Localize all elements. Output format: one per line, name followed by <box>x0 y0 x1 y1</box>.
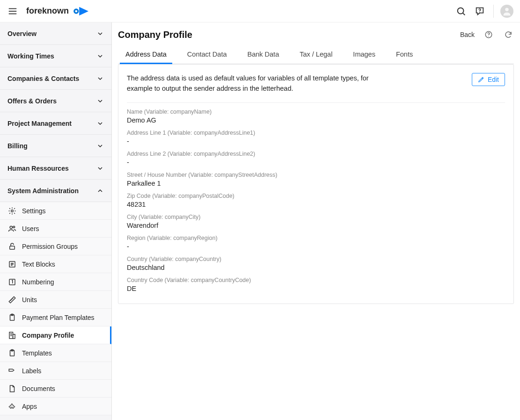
sidebar-item-labels[interactable]: Labels <box>0 362 111 380</box>
field-label: City (Variable: companyCity) <box>127 214 505 220</box>
sidebar-section-label: Offers & Orders <box>7 97 57 105</box>
clipboard-icon <box>7 313 16 322</box>
sidebar-item-settings[interactable]: Settings <box>0 202 111 220</box>
sidebar-item-label: Settings <box>22 207 46 215</box>
tab-images[interactable]: Images <box>351 45 377 64</box>
svg-point-8 <box>479 12 480 13</box>
field-value: Parkallee 1 <box>127 180 505 187</box>
text-block-icon <box>7 260 16 268</box>
lock-open-icon <box>7 242 16 251</box>
sidebar-section-label: Human Ressources <box>7 165 69 172</box>
field-address-line-2: Address Line 2 (Variable: companyAddress… <box>127 151 505 166</box>
field-label: Street / House Number (Variable: company… <box>127 172 505 178</box>
puzzle-icon <box>7 402 16 411</box>
brand-name: foreknown <box>26 6 69 16</box>
back-link[interactable]: Back <box>460 31 475 38</box>
sidebar-item-label: Numbering <box>22 278 54 286</box>
sidebar-item-units[interactable]: Units <box>0 291 111 309</box>
field-label: Address Line 2 (Variable: companyAddress… <box>127 151 505 157</box>
field-label: Country Code (Variable: companyCountryCo… <box>127 277 505 283</box>
field-region: Region (Variable: companyRegion) - <box>127 235 505 250</box>
field-value: Warendorf <box>127 222 505 229</box>
sidebar-item-documents[interactable]: Documents <box>0 380 111 398</box>
search-button[interactable] <box>454 4 468 18</box>
sidebar-item-payment-plan-templates[interactable]: Payment Plan Templates <box>0 309 111 326</box>
sidebar-section-overview[interactable]: Overview <box>0 22 111 45</box>
pencil-icon <box>478 76 484 83</box>
tab-contact-data[interactable]: Contact Data <box>185 45 229 64</box>
tab-address-data[interactable]: Address Data <box>124 45 168 64</box>
refresh-button[interactable] <box>503 29 514 40</box>
svg-point-4 <box>75 10 78 12</box>
edit-button[interactable]: Edit <box>472 73 505 86</box>
sidebar-item-templates[interactable]: Templates <box>0 344 111 362</box>
sidebar-section-label: Billing <box>7 142 28 150</box>
user-avatar[interactable] <box>500 5 513 18</box>
sidebar-section-label: Working Times <box>7 52 54 60</box>
brand-mark-icon <box>73 6 88 16</box>
sidebar-section-working-times[interactable]: Working Times <box>0 45 111 67</box>
svg-rect-13 <box>9 246 15 249</box>
svg-point-10 <box>11 210 13 212</box>
field-label: Zip Code (Variable: companyPostalCode) <box>127 193 505 199</box>
brand-logo[interactable]: foreknown <box>26 6 88 16</box>
sidebar-item-text-blocks[interactable]: Text Blocks <box>0 255 111 273</box>
sidebar-item-label: Text Blocks <box>22 261 55 268</box>
svg-point-9 <box>505 7 508 11</box>
field-value: Deutschland <box>127 264 505 271</box>
sidebar-item-numbering[interactable]: Numbering <box>0 273 111 291</box>
field-value: 48231 <box>127 201 505 208</box>
sidebar: Overview Working Times Companies & Conta… <box>0 22 112 420</box>
page-help-button[interactable] <box>483 29 494 40</box>
sidebar-section-system-administration[interactable]: System Administration <box>0 180 111 202</box>
refresh-icon <box>504 30 513 39</box>
svg-rect-22 <box>13 334 15 338</box>
gear-icon <box>7 206 16 215</box>
sidebar-section-billing[interactable]: Billing <box>0 135 111 157</box>
field-label: Name (Variable: companyName) <box>127 109 505 115</box>
number-one-icon <box>7 277 16 286</box>
sidebar-item-label: Company Profile <box>22 332 74 339</box>
address-data-card: The address data is used as default valu… <box>118 64 514 304</box>
users-icon <box>7 224 16 233</box>
help-circle-icon <box>484 30 493 39</box>
sidebar-section-label: Overview <box>7 30 37 37</box>
sidebar-item-apps[interactable]: Apps <box>0 398 111 415</box>
field-value: Demo AG <box>127 116 505 124</box>
avatar-icon <box>502 6 512 16</box>
field-country: Country (Variable: companyCountry) Deuts… <box>127 256 505 271</box>
field-street: Street / House Number (Variable: company… <box>127 172 505 187</box>
sidebar-section-human-resources[interactable]: Human Ressources <box>0 157 111 180</box>
tab-bank-data[interactable]: Bank Data <box>246 45 281 64</box>
sidebar-item-label: Units <box>22 296 37 304</box>
svg-marker-5 <box>79 7 88 15</box>
sidebar-item-label: Labels <box>22 367 41 375</box>
field-country-code: Country Code (Variable: companyCountryCo… <box>127 277 505 292</box>
chevron-down-icon <box>96 165 104 172</box>
svg-point-29 <box>488 36 489 36</box>
sidebar-item-label: Payment Plan Templates <box>22 314 95 321</box>
field-city: City (Variable: companyCity) Warendorf <box>127 214 505 229</box>
svg-point-12 <box>13 226 15 228</box>
sidebar-item-label: Permission Groups <box>22 243 78 250</box>
tab-fonts[interactable]: Fonts <box>394 45 415 64</box>
tab-tax-legal[interactable]: Tax / Legal <box>298 45 334 64</box>
chevron-down-icon <box>96 120 104 127</box>
help-chat-icon <box>475 6 485 16</box>
sidebar-section-label: Companies & Contacts <box>7 75 79 82</box>
svg-point-6 <box>458 7 464 14</box>
sidebar-item-users[interactable]: Users <box>0 220 111 238</box>
sidebar-item-company-profile[interactable]: Company Profile <box>0 326 111 344</box>
sidebar-section-project-management[interactable]: Project Management <box>0 112 111 135</box>
sysadmin-submenu: Settings Users Permission Groups Text Bl… <box>0 202 111 415</box>
help-button[interactable] <box>473 4 487 18</box>
sidebar-section-offers-orders[interactable]: Offers & Orders <box>0 90 111 112</box>
top-bar: foreknown <box>0 0 520 22</box>
separator <box>127 102 505 103</box>
hamburger-menu-button[interactable] <box>6 4 20 18</box>
sidebar-item-permission-groups[interactable]: Permission Groups <box>0 238 111 255</box>
chevron-down-icon <box>96 52 104 60</box>
sidebar-section-companies-contacts[interactable]: Companies & Contacts <box>0 67 111 90</box>
field-value: - <box>127 243 505 250</box>
sidebar-item-label: Users <box>22 225 39 232</box>
